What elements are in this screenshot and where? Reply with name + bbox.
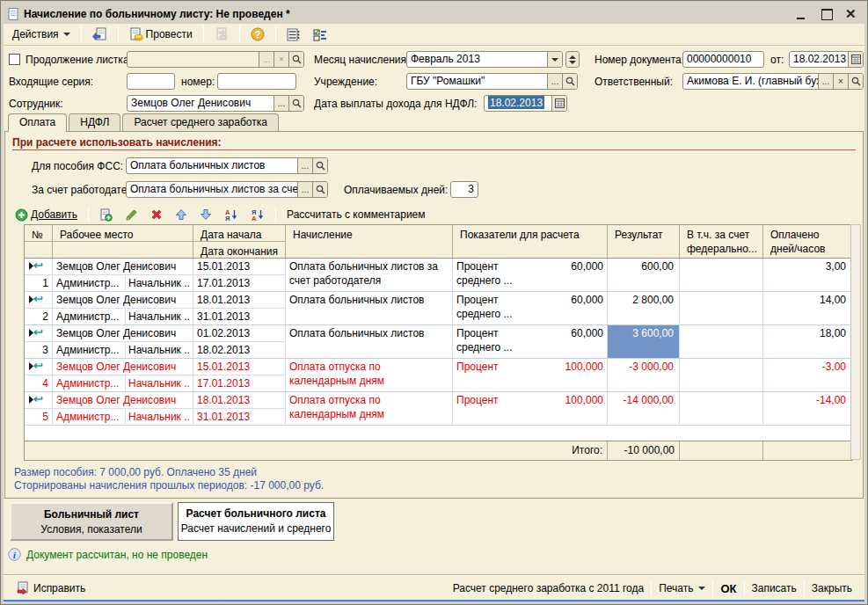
bottom-tab-sick-calc[interactable]: Расчет больничного листа Расчет начислен… — [178, 502, 334, 541]
bottom-tab-title: Расчет больничного листа — [179, 507, 333, 520]
move-up-button[interactable] — [171, 207, 192, 222]
table-total-row: Итого: -10 000,00 — [25, 441, 852, 460]
calculate-with-comment-button[interactable]: Рассчитать с комментарием — [282, 207, 429, 222]
list-settings-icon — [287, 28, 300, 41]
calculation-summary: Размер пособия: 7 000,00 руб. Оплачено 3… — [14, 466, 324, 492]
selected-cell[interactable]: 3 600,00 — [608, 325, 680, 358]
row-marker-icon — [28, 328, 43, 338]
doc-date-label: от: — [770, 54, 784, 66]
search-icon[interactable] — [288, 96, 303, 111]
search-icon[interactable] — [562, 74, 577, 89]
col-date-end: Дата окончания — [197, 244, 281, 258]
incoming-number-field[interactable] — [217, 73, 296, 90]
minimize-button[interactable] — [796, 9, 808, 19]
list-settings-button[interactable] — [281, 26, 305, 44]
table-vertical-scrollbar[interactable] — [850, 224, 861, 460]
payment-tab-panel: При расчете использовать начисления: Для… — [4, 131, 864, 499]
table-empty-area[interactable] — [25, 426, 852, 441]
add-row-button[interactable]: Добавить — [11, 207, 82, 223]
toolbar-separator — [203, 26, 204, 42]
copy-icon — [99, 208, 113, 222]
calendar-icon[interactable] — [551, 96, 566, 111]
post-document-button[interactable]: Провести — [124, 25, 198, 44]
clear-icon[interactable]: × — [833, 74, 848, 89]
correct-label: Исправить — [33, 582, 85, 594]
employer-accrual-field[interactable]: Оплата больничных листов за счет р ... — [126, 181, 328, 198]
table-row[interactable]: 2 Земцов Олег ДенисовичАдминистр...Начал… — [25, 292, 852, 325]
select-ellipsis-button[interactable]: ... — [274, 96, 288, 111]
form-settings-button[interactable] — [308, 26, 332, 44]
select-ellipsis-button[interactable]: ... — [547, 74, 562, 89]
chevron-down-icon — [698, 587, 705, 590]
search-icon[interactable] — [288, 52, 303, 67]
tab-ndfl[interactable]: НДФЛ — [69, 113, 120, 131]
continuation-label: Продолжение листка — [26, 54, 129, 66]
document-movements-button[interactable] — [209, 25, 234, 44]
print-menu-button[interactable]: Печать — [652, 579, 712, 597]
table-row[interactable]: 1 Земцов Олег ДенисовичАдминистр...Начал… — [25, 259, 852, 292]
month-combobox[interactable]: Февраль 2013 — [406, 51, 563, 68]
ndfl-date-field[interactable]: 18.02.2013 — [484, 95, 567, 112]
doc-date-field[interactable]: 18.02.2013 — [789, 51, 864, 68]
sort-ascending-button[interactable]: АЯ — [220, 207, 243, 223]
svg-text:А: А — [252, 215, 257, 222]
tab-strip: Оплата НДФЛ Расчет среднего заработка — [4, 113, 864, 131]
write-button[interactable]: Записать — [745, 579, 804, 597]
delete-icon — [150, 208, 163, 221]
copy-row-button[interactable] — [95, 207, 117, 223]
correct-button[interactable]: Исправить — [9, 579, 92, 598]
close-form-button[interactable]: Закрыть — [805, 579, 859, 597]
pencil-icon — [125, 208, 138, 222]
section-title: При расчете использовать начисления: — [12, 136, 227, 149]
select-ellipsis-button[interactable]: ... — [297, 182, 312, 197]
table-row-storno[interactable]: 4 Земцов Олег ДенисовичАдминистр...Начал… — [25, 359, 852, 392]
clear-icon[interactable]: × — [274, 52, 288, 67]
sort-descending-button[interactable]: ЯА — [246, 207, 269, 223]
paid-days-label: Оплачиваемых дней: — [344, 184, 448, 196]
ok-button[interactable]: ОК — [713, 579, 743, 598]
doc-number-field[interactable]: 00000000010 — [682, 51, 764, 68]
month-spinner[interactable] — [565, 51, 580, 68]
document-status-line: i Документ рассчитан, но не проведен — [8, 548, 208, 561]
edit-row-button[interactable] — [120, 207, 142, 223]
bottom-tab-sick-list[interactable]: Больничный лист Условия, показатели — [10, 502, 173, 541]
table-row-current[interactable]: 3 Земцов Олег ДенисовичАдминистр...Начал… — [25, 325, 852, 359]
continuation-checkbox[interactable] — [9, 54, 20, 65]
search-icon[interactable] — [312, 182, 327, 197]
select-ellipsis-button[interactable]: ... — [259, 52, 274, 67]
close-button[interactable]: ✕ — [845, 9, 857, 19]
sort-desc-icon: ЯА — [251, 208, 265, 222]
save-and-close-button[interactable] — [87, 25, 113, 44]
fss-accrual-field[interactable]: Оплата больничных листов ... — [126, 157, 328, 174]
paid-days-field[interactable]: 3 — [450, 181, 478, 198]
institution-field[interactable]: ГБУ "Ромашки" ... — [406, 73, 578, 90]
actions-menu-button[interactable]: Действия — [7, 26, 76, 43]
window-title: Начисление по больничному листу: Не пров… — [24, 8, 796, 20]
toolbar-separator — [239, 26, 240, 42]
move-down-button[interactable] — [195, 207, 216, 222]
tab-payment[interactable]: Оплата — [8, 113, 67, 132]
employee-field[interactable]: Земцов Олег Денисович ... — [127, 95, 304, 112]
delete-row-button[interactable] — [146, 207, 167, 222]
toolbar-separator — [81, 26, 82, 42]
calendar-icon[interactable] — [848, 52, 863, 67]
maximize-button[interactable] — [821, 9, 833, 19]
tab-average-earnings[interactable]: Расчет среднего заработка — [122, 113, 279, 131]
select-ellipsis-button[interactable]: ... — [297, 158, 312, 173]
institution-label: Учреждение: — [314, 76, 377, 88]
select-ellipsis-button[interactable]: ... — [818, 74, 833, 89]
chevron-down-icon — [63, 33, 70, 36]
document-icon — [7, 8, 19, 20]
chevron-down-icon[interactable] — [547, 52, 562, 67]
help-button[interactable]: ? — [245, 25, 270, 44]
search-icon[interactable] — [312, 158, 327, 173]
responsible-field[interactable]: Акимова Е. И. (главный бухгал ... × — [682, 73, 864, 90]
col-federal: В т.ч. за счет федерально... — [683, 227, 759, 257]
row-marker-icon — [28, 361, 43, 371]
average-earnings-button[interactable]: Расчет среднего заработка с 2011 года — [446, 579, 652, 597]
incoming-series-field[interactable] — [127, 73, 175, 90]
search-icon[interactable] — [848, 74, 863, 89]
table-row-storno[interactable]: 5 Земцов Олег ДенисовичАдминистр...Начал… — [25, 392, 852, 426]
continuation-field[interactable]: ... × — [127, 51, 304, 68]
calculate-label: Рассчитать с комментарием — [287, 208, 425, 221]
